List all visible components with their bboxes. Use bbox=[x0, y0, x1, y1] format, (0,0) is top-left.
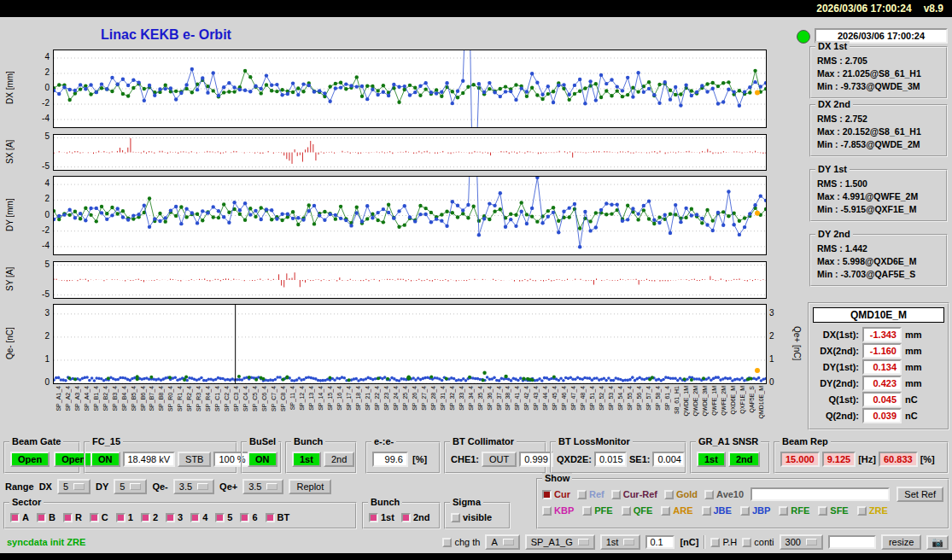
show-qfe-checkbox[interactable]: QFE bbox=[622, 505, 653, 516]
sector-label: 3 bbox=[178, 512, 183, 522]
che1-out-button[interactable]: OUT bbox=[482, 452, 517, 467]
show-jbp-checkbox[interactable]: JBP bbox=[740, 505, 770, 516]
chg-th-label: chg th bbox=[454, 537, 480, 547]
sector-5-checkbox[interactable]: 5 bbox=[215, 512, 232, 522]
ref-entry[interactable] bbox=[751, 487, 890, 501]
bunch-label: 1st bbox=[381, 512, 394, 522]
show-row2-checks: KBPPFEQFEAREJBEJBPRFESFEZRE bbox=[542, 505, 943, 516]
bunch-select-group: Bunch 1st2nd bbox=[362, 502, 441, 529]
bunch-2nd-checkbox[interactable]: 2nd bbox=[401, 512, 430, 522]
threshold-input[interactable] bbox=[645, 535, 675, 549]
gr-snsr-1st-button[interactable]: 1st bbox=[697, 452, 726, 467]
show-label: Ref bbox=[589, 489, 604, 499]
ph-indicator-icon bbox=[710, 538, 720, 547]
x-axis-label: SP_C1_4 bbox=[214, 386, 220, 411]
chg-th-indicator-icon bbox=[442, 538, 452, 547]
sector-3-checkbox[interactable]: 3 bbox=[166, 512, 183, 522]
set-ref-button[interactable]: Set Ref bbox=[897, 487, 943, 502]
plot-sy-canvas bbox=[53, 261, 767, 299]
x-axis-label: QWDE_2M bbox=[692, 386, 698, 416]
show-are-checkbox[interactable]: ARE bbox=[661, 505, 692, 516]
checkbox-indicator-icon bbox=[240, 513, 249, 522]
x-axis-label: SP_57_4 bbox=[645, 386, 651, 411]
qxd2e-label: QXD2E: bbox=[557, 454, 592, 464]
bunch-1st-checkbox[interactable]: 1st bbox=[369, 512, 394, 522]
x-axis-label: QWFE_2M bbox=[721, 386, 727, 416]
bt-lossmonitor-title: BT LossMonitor bbox=[556, 436, 633, 447]
show-sfe-checkbox[interactable]: SFE bbox=[818, 505, 848, 516]
range-qem-dropdown[interactable]: 3.5 bbox=[173, 479, 214, 494]
range-label: Range bbox=[5, 481, 34, 492]
show-jbe-checkbox[interactable]: JBE bbox=[702, 505, 732, 516]
x-axis-label: SP_28_4 bbox=[430, 386, 436, 411]
x-axis-label: SP_55_4 bbox=[627, 386, 633, 411]
beam-gate-open1-button[interactable]: Open bbox=[10, 452, 50, 467]
show-cur-checkbox[interactable]: Cur bbox=[542, 489, 570, 499]
bunch-2nd-button[interactable]: 2nd bbox=[324, 452, 354, 467]
show-pfe-checkbox[interactable]: PFE bbox=[582, 505, 612, 516]
sector-4-checkbox[interactable]: 4 bbox=[190, 512, 207, 522]
range-dx-dropdown[interactable]: 5 bbox=[57, 479, 91, 494]
x-axis-label: SP_43_4 bbox=[533, 386, 539, 411]
checkbox-indicator-icon bbox=[190, 513, 200, 522]
replot-button[interactable]: Replot bbox=[289, 479, 331, 494]
status-extra-entry[interactable] bbox=[828, 535, 876, 549]
sector-b-checkbox[interactable]: B bbox=[37, 512, 55, 522]
dx-1st-panel: DX 1st RMS : 2.705 Max : 21.025@S8_61_H1… bbox=[809, 46, 948, 99]
bunch-1st-button[interactable]: 1st bbox=[292, 452, 321, 467]
sector-1-checkbox[interactable]: 1 bbox=[116, 512, 133, 522]
x-axis-label: SP_51_4 bbox=[589, 386, 595, 411]
sector-r-checkbox[interactable]: R bbox=[63, 512, 82, 522]
busel-title: BuSel bbox=[247, 436, 278, 447]
interval-dropdown[interactable]: 300 bbox=[780, 534, 823, 550]
sector-group: Sector ABRC123456BT bbox=[3, 502, 357, 529]
x-axis-label: QXF1E_M bbox=[739, 386, 745, 414]
y-tick-label: 2 bbox=[769, 331, 788, 341]
fc15-group: FC_15 ON 18.498 kV STB 100 % bbox=[84, 441, 237, 474]
checkbox-indicator-icon bbox=[141, 513, 150, 522]
conti-checkbox[interactable]: conti bbox=[742, 537, 774, 547]
screenshot-camera-button[interactable]: 📷 bbox=[926, 535, 949, 550]
show-rfe-checkbox[interactable]: RFE bbox=[779, 505, 809, 516]
show-gold-checkbox[interactable]: Gold bbox=[664, 489, 698, 499]
show-kbp-checkbox[interactable]: KBP bbox=[542, 505, 574, 516]
bunch-title: Bunch bbox=[291, 436, 325, 447]
qmd-row-unit: mm bbox=[905, 346, 922, 356]
x-axis-label: SP_56_4 bbox=[636, 386, 642, 411]
ph-checkbox[interactable]: P.H bbox=[710, 537, 737, 547]
resize-button[interactable]: resize bbox=[881, 534, 921, 550]
checkbox-indicator-icon bbox=[116, 513, 126, 522]
sector-6-checkbox[interactable]: 6 bbox=[240, 512, 257, 522]
x-axis-label: SP_C5_4 bbox=[252, 386, 258, 411]
range-qep-label: Qe+ bbox=[219, 481, 237, 492]
x-axis-label: SP_27_4 bbox=[421, 386, 427, 411]
sector-2-checkbox[interactable]: 2 bbox=[141, 512, 158, 522]
bpm-dropdown[interactable]: SP_A1_G bbox=[525, 534, 595, 550]
show-zre-checkbox[interactable]: ZRE bbox=[857, 505, 888, 516]
bunch-dropdown[interactable]: 1st bbox=[600, 534, 641, 550]
range-dy-dropdown[interactable]: 5 bbox=[114, 479, 147, 494]
show-ref-checkbox[interactable]: Ref bbox=[577, 489, 604, 499]
fc15-stb-button[interactable]: STB bbox=[178, 452, 211, 467]
show-ave10-checkbox[interactable]: Ave10 bbox=[704, 489, 744, 499]
mode-dropdown[interactable]: A bbox=[485, 534, 519, 550]
qxd2e-display: 0.015 bbox=[594, 452, 627, 467]
qmd-row-value: 0.045 bbox=[862, 392, 902, 407]
show-label: KBP bbox=[554, 505, 574, 516]
sigma-visible-checkbox[interactable]: visible bbox=[451, 512, 492, 522]
sector-bt-checkbox[interactable]: BT bbox=[266, 512, 290, 522]
fc15-on-button[interactable]: ON bbox=[91, 452, 120, 467]
sector-c-checkbox[interactable]: C bbox=[90, 512, 108, 522]
sector-a-checkbox[interactable]: A bbox=[10, 512, 29, 522]
x-axis-label: SP_11_4 bbox=[289, 386, 295, 410]
busel-on-button[interactable]: ON bbox=[248, 452, 277, 467]
qmd-row-label: Q(2nd): bbox=[813, 411, 859, 421]
chg-th-checkbox[interactable]: chg th bbox=[442, 537, 480, 547]
x-axis-label: SP_45_4 bbox=[552, 386, 558, 411]
gr-snsr-2nd-button[interactable]: 2nd bbox=[728, 452, 761, 467]
sigma-group: Sigma visible bbox=[444, 502, 511, 529]
range-qep-dropdown[interactable]: 3.5 bbox=[242, 479, 283, 494]
qmd-row-unit: mm bbox=[905, 378, 922, 388]
show-cur-ref-checkbox[interactable]: Cur-Ref bbox=[611, 489, 657, 499]
qmd-row-value: 0.423 bbox=[862, 376, 902, 391]
